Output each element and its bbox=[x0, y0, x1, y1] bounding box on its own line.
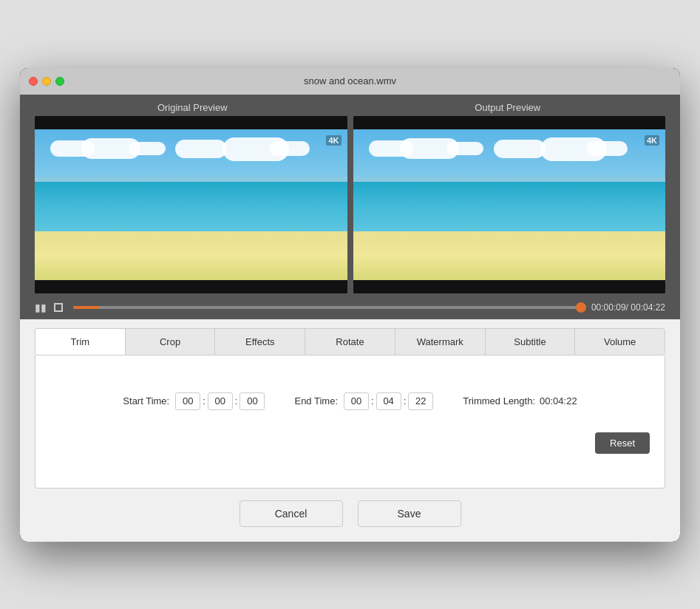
output-video-content: 4K bbox=[353, 129, 666, 280]
start-minute-input[interactable] bbox=[208, 392, 233, 410]
cloud bbox=[446, 142, 483, 155]
progress-fill bbox=[73, 306, 100, 309]
end-minute-input[interactable] bbox=[376, 392, 401, 410]
beach-scene-output bbox=[353, 129, 666, 280]
badge-4k-output: 4K bbox=[645, 135, 659, 146]
bottom-bar-original bbox=[35, 280, 347, 293]
preview-labels: Original Preview Output Preview bbox=[35, 102, 665, 113]
trim-fields: Start Time: : : End Time: : bbox=[50, 392, 650, 410]
cloud bbox=[587, 141, 628, 156]
sep4: : bbox=[403, 395, 407, 406]
bottom-panel: Trim Crop Effects Rotate Watermark Subti… bbox=[20, 319, 680, 542]
tab-trim[interactable]: Trim bbox=[35, 329, 126, 355]
minimize-button[interactable] bbox=[42, 77, 51, 86]
title-bar: snow and ocean.wmv bbox=[20, 68, 680, 95]
end-time-group: End Time: : : bbox=[294, 392, 433, 410]
window-title: snow and ocean.wmv bbox=[304, 75, 396, 86]
water-output bbox=[353, 182, 666, 234]
sep2: : bbox=[234, 395, 239, 406]
beach-scene-original bbox=[35, 129, 347, 280]
controls-bar: ▮▮ 00:00:09/ 00:04:22 bbox=[20, 297, 680, 319]
sep3: : bbox=[370, 395, 375, 406]
beach-output bbox=[353, 231, 666, 279]
preview-videos: 4K bbox=[35, 116, 665, 293]
start-hour-input[interactable] bbox=[175, 392, 200, 410]
beach-original bbox=[35, 231, 347, 279]
original-preview-label: Original Preview bbox=[35, 102, 350, 113]
progress-thumb[interactable] bbox=[576, 302, 586, 313]
output-preview-label: Output Preview bbox=[350, 102, 666, 113]
play-pause-button[interactable]: ▮▮ bbox=[35, 302, 47, 313]
tab-watermark[interactable]: Watermark bbox=[395, 329, 486, 355]
trimmed-length-label: Trimmed Length: bbox=[463, 395, 535, 406]
end-time-label: End Time: bbox=[294, 395, 338, 406]
start-second-input[interactable] bbox=[239, 392, 265, 410]
cancel-button[interactable]: Cancel bbox=[239, 500, 343, 527]
start-time-label: Start Time: bbox=[123, 395, 169, 406]
time-display: 00:00:09/ 00:04:22 bbox=[591, 302, 665, 313]
start-time-inputs: : : bbox=[175, 392, 265, 410]
original-video: 4K bbox=[35, 116, 347, 293]
bottom-bar-output bbox=[353, 280, 666, 293]
stop-button[interactable] bbox=[54, 303, 63, 312]
end-time-inputs: : : bbox=[344, 392, 433, 410]
top-bar-original bbox=[35, 116, 347, 129]
progress-bar[interactable] bbox=[73, 306, 581, 309]
cloud bbox=[129, 142, 166, 155]
tab-volume[interactable]: Volume bbox=[575, 329, 665, 355]
trimmed-length-value: 00:04:22 bbox=[540, 395, 577, 406]
cloud bbox=[269, 141, 310, 156]
tab-content: Start Time: : : End Time: : bbox=[35, 355, 665, 489]
badge-4k-original: 4K bbox=[326, 135, 341, 146]
start-time-group: Start Time: : : bbox=[123, 392, 265, 410]
original-video-content: 4K bbox=[35, 129, 347, 280]
tab-rotate[interactable]: Rotate bbox=[305, 329, 395, 355]
maximize-button[interactable] bbox=[55, 77, 64, 86]
tabs: Trim Crop Effects Rotate Watermark Subti… bbox=[35, 328, 665, 355]
top-bar-output bbox=[353, 116, 666, 129]
traffic-lights bbox=[29, 77, 64, 86]
reset-button[interactable]: Reset bbox=[595, 432, 650, 454]
clouds-original bbox=[35, 137, 347, 174]
end-hour-input[interactable] bbox=[344, 392, 369, 410]
water-original bbox=[35, 182, 347, 234]
reset-btn-container: Reset bbox=[50, 432, 650, 454]
trimmed-length-group: Trimmed Length: 00:04:22 bbox=[463, 395, 577, 406]
preview-area: Original Preview Output Preview bbox=[20, 95, 680, 297]
close-button[interactable] bbox=[29, 77, 38, 86]
main-window: snow and ocean.wmv Original Preview Outp… bbox=[20, 68, 680, 542]
output-video: 4K bbox=[353, 116, 666, 293]
save-button[interactable]: Save bbox=[358, 500, 461, 527]
cloud bbox=[175, 140, 227, 158]
tab-crop[interactable]: Crop bbox=[126, 329, 216, 355]
sep1: : bbox=[202, 395, 206, 406]
tab-subtitle[interactable]: Subtitle bbox=[486, 329, 576, 355]
pause-icon: ▮▮ bbox=[35, 302, 47, 313]
end-second-input[interactable] bbox=[408, 392, 433, 410]
action-buttons: Cancel Save bbox=[35, 500, 665, 527]
clouds-output bbox=[353, 137, 666, 174]
cloud bbox=[494, 140, 546, 158]
tab-effects[interactable]: Effects bbox=[215, 329, 305, 355]
